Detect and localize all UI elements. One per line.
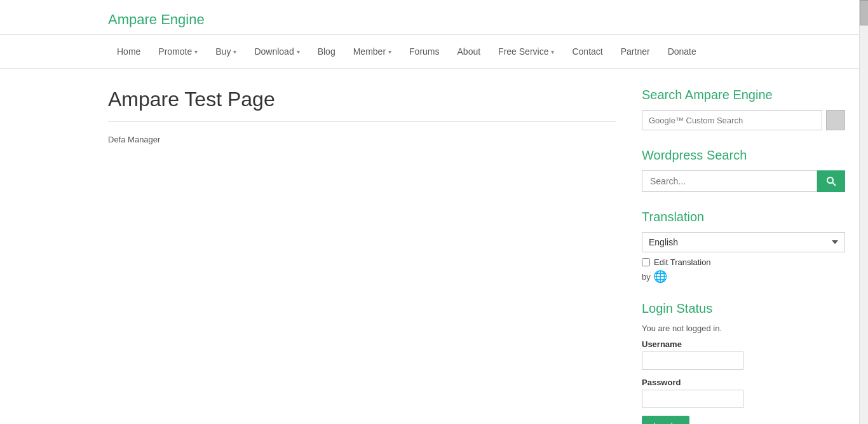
- page-title: Ampare Test Page: [108, 88, 616, 111]
- navbar: HomePromote▾Buy▾Download▾BlogMember▾Foru…: [0, 34, 868, 69]
- edit-translation-checkbox[interactable]: [642, 258, 650, 266]
- username-label: Username: [642, 339, 845, 349]
- login-button[interactable]: Log In: [642, 416, 689, 424]
- nav-item-blog[interactable]: Blog: [309, 35, 344, 68]
- nav-item-partner[interactable]: Partner: [612, 35, 659, 68]
- nav-item-donate[interactable]: Donate: [659, 35, 705, 68]
- chevron-down-icon: ▾: [297, 48, 300, 55]
- search-icon: [826, 176, 836, 186]
- chevron-down-icon: ▾: [233, 48, 236, 55]
- password-input[interactable]: [642, 390, 743, 408]
- scrollbar-thumb[interactable]: [860, 0, 868, 25]
- chevron-down-icon: ▾: [194, 48, 198, 55]
- login-status-widget: Login Status You are not logged in. User…: [642, 301, 845, 424]
- nav-item-contact[interactable]: Contact: [563, 35, 611, 68]
- nav-item-buy[interactable]: Buy▾: [207, 35, 245, 68]
- translation-title: Translation: [642, 210, 845, 224]
- nav-item-forums[interactable]: Forums: [400, 35, 448, 68]
- by-label: by: [642, 272, 651, 282]
- username-input[interactable]: [642, 352, 743, 370]
- chevron-down-icon: ▾: [388, 48, 391, 55]
- nav-item-promote[interactable]: Promote▾: [149, 35, 207, 68]
- chevron-down-icon: ▾: [551, 48, 554, 55]
- search-ampare-title: Search Ampare Engine: [642, 88, 845, 102]
- nav-item-download[interactable]: Download▾: [245, 35, 308, 68]
- translation-widget: Translation EnglishFrenchGermanSpanishJa…: [642, 210, 845, 284]
- svg-point-0: [827, 177, 833, 183]
- google-search-input[interactable]: [642, 110, 822, 130]
- login-status-text: You are not logged in.: [642, 324, 845, 333]
- wordpress-search-button[interactable]: [817, 170, 845, 192]
- google-search-button[interactable]: [826, 110, 845, 130]
- translation-icon: 🌐: [653, 270, 667, 284]
- nav-item-about[interactable]: About: [449, 35, 490, 68]
- content-area: Ampare Test Page Defa Manager: [108, 88, 616, 424]
- wordpress-search-input[interactable]: [642, 170, 817, 192]
- site-title[interactable]: Ampare Engine: [108, 11, 205, 27]
- password-label: Password: [642, 378, 845, 387]
- login-status-title: Login Status: [642, 301, 845, 316]
- wordpress-search-widget: Wordpress Search: [642, 148, 845, 192]
- svg-line-1: [833, 183, 836, 186]
- nav-item-home[interactable]: Home: [108, 35, 149, 68]
- search-ampare-widget: Search Ampare Engine: [642, 88, 845, 130]
- nav-item-member[interactable]: Member▾: [344, 35, 400, 68]
- sidebar: Search Ampare Engine Wordpress Search: [642, 88, 845, 424]
- language-select[interactable]: EnglishFrenchGermanSpanishJapaneseChines…: [642, 232, 845, 252]
- edit-translation-label: Edit Translation: [654, 257, 711, 267]
- wordpress-search-title: Wordpress Search: [642, 148, 845, 163]
- author: Defa Manager: [108, 135, 616, 144]
- scrollbar[interactable]: [859, 0, 868, 424]
- nav-item-free-service[interactable]: Free Service▾: [489, 35, 563, 68]
